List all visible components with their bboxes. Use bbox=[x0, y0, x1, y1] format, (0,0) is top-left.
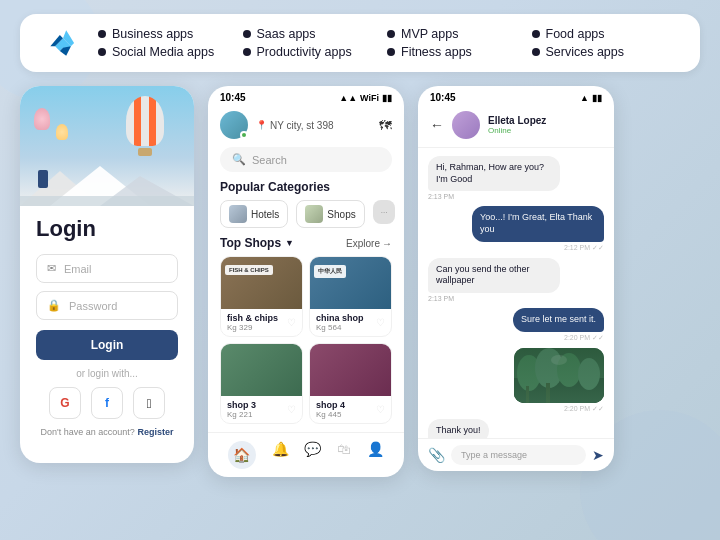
heart-icon-3[interactable]: ♡ bbox=[287, 404, 296, 415]
attachment-icon[interactable]: 📎 bbox=[428, 447, 445, 463]
shop-name-2: china shop bbox=[316, 313, 364, 323]
cat-dot bbox=[98, 30, 106, 38]
cat-dot bbox=[532, 30, 540, 38]
bottom-nav-food: 🏠 🔔 💬 🛍 👤 bbox=[208, 432, 404, 477]
heart-icon-2[interactable]: ♡ bbox=[376, 317, 385, 328]
nav-bag[interactable]: 🛍 bbox=[337, 441, 351, 469]
category-services[interactable]: Services apps bbox=[532, 45, 677, 59]
cat-dot bbox=[98, 48, 106, 56]
msg-bubble-2: Yoo...! I'm Great, Elta Thank you bbox=[472, 206, 604, 241]
category-food[interactable]: Food apps bbox=[532, 27, 677, 41]
shop-name-3: shop 3 bbox=[227, 400, 256, 410]
chevron-down-icon: ▼ bbox=[285, 238, 294, 248]
top-shops-title: Top Shops ▼ bbox=[220, 236, 294, 250]
email-field[interactable]: ✉ Email bbox=[36, 254, 178, 283]
category-productivity[interactable]: Productivity apps bbox=[243, 45, 388, 59]
shop-card-2[interactable]: 中华人民 china shop Kg 564 ♡ bbox=[309, 256, 392, 337]
chat-image bbox=[514, 348, 604, 403]
cat-dot bbox=[243, 30, 251, 38]
nav-bell[interactable]: 🔔 bbox=[272, 441, 289, 469]
send-button[interactable]: ➤ bbox=[592, 447, 604, 463]
shop-card-4[interactable]: shop 4 Kg 445 ♡ bbox=[309, 343, 392, 424]
hotels-img bbox=[229, 205, 247, 223]
food-header: 📍 NY city, st 398 🗺 bbox=[208, 107, 404, 147]
login-title: Login bbox=[36, 216, 178, 242]
categories-grid: Business apps Saas apps MVP apps Food ap… bbox=[98, 27, 676, 59]
svg-rect-7 bbox=[20, 196, 194, 206]
chat-messages: Hi, Rahman, How are you? I'm Good 2:13 P… bbox=[418, 148, 614, 438]
category-mvp[interactable]: MVP apps bbox=[387, 27, 532, 41]
shop-info-1: fish & chips Kg 329 ♡ bbox=[221, 309, 302, 336]
person-figure bbox=[38, 170, 48, 188]
category-fitness[interactable]: Fitness apps bbox=[387, 45, 532, 59]
map-icon[interactable]: 🗺 bbox=[379, 118, 392, 133]
shop-card-1[interactable]: FISH & CHIPS fish & chips Kg 329 ♡ bbox=[220, 256, 303, 337]
online-dot bbox=[240, 131, 248, 139]
msg-bubble-4: Sure let me sent it. bbox=[513, 308, 604, 332]
location-pin-icon: 📍 bbox=[256, 120, 267, 130]
categories-row: Hotels Shops ··· bbox=[208, 200, 404, 236]
register-link[interactable]: Register bbox=[137, 427, 173, 437]
nav-chat[interactable]: 💬 bbox=[304, 441, 321, 469]
more-categories-chip[interactable]: ··· bbox=[373, 200, 396, 224]
shops-img bbox=[305, 205, 323, 223]
social-login-buttons: G f  bbox=[36, 387, 178, 419]
user-avatar-wrapper bbox=[220, 111, 248, 139]
popular-categories-title: Popular Categories bbox=[208, 180, 404, 200]
shops-chip[interactable]: Shops bbox=[296, 200, 364, 228]
or-text: or login with... bbox=[36, 368, 178, 379]
shop-info-2: china shop Kg 564 ♡ bbox=[310, 309, 391, 336]
nav-home[interactable]: 🏠 bbox=[228, 441, 256, 469]
small-balloon-yellow bbox=[56, 124, 68, 140]
food-phone: 10:45 ▲▲ WiFi ▮▮ 📍 NY city, st 398 🗺 bbox=[208, 86, 404, 477]
msg-group-3: Can you send the other wallpaper 2:13 PM bbox=[428, 258, 604, 302]
heart-icon-1[interactable]: ♡ bbox=[287, 317, 296, 328]
location-text: NY city, st 398 bbox=[270, 120, 334, 131]
apple-login-button[interactable]:  bbox=[133, 387, 165, 419]
shop-image-4 bbox=[310, 344, 391, 396]
chat-header: ← Elleta Lopez Online bbox=[418, 107, 614, 148]
chat-avatar bbox=[452, 111, 480, 139]
msg-time-1: 2:13 PM bbox=[428, 193, 454, 200]
main-content: Login ✉ Email 🔒 Password Login or login … bbox=[0, 72, 720, 477]
password-field[interactable]: 🔒 Password bbox=[36, 291, 178, 320]
shop-sign-1: FISH & CHIPS bbox=[225, 265, 273, 275]
category-business[interactable]: Business apps bbox=[98, 27, 243, 41]
back-button[interactable]: ← bbox=[430, 117, 444, 133]
login-phone: Login ✉ Email 🔒 Password Login or login … bbox=[20, 86, 194, 463]
shop-price-3: Kg 221 bbox=[227, 410, 256, 419]
msg-group-5: 2:20 PM ✓✓ bbox=[428, 348, 604, 413]
message-input[interactable]: Type a message bbox=[451, 445, 586, 465]
login-button[interactable]: Login bbox=[36, 330, 178, 360]
nav-profile[interactable]: 👤 bbox=[367, 441, 384, 469]
search-bar[interactable]: 🔍 Search bbox=[220, 147, 392, 172]
explore-link[interactable]: Explore → bbox=[346, 238, 392, 249]
heart-icon-4[interactable]: ♡ bbox=[376, 404, 385, 415]
search-icon: 🔍 bbox=[232, 153, 246, 166]
msg-time-5: 2:20 PM ✓✓ bbox=[564, 405, 604, 413]
google-login-button[interactable]: G bbox=[49, 387, 81, 419]
flutter-logo bbox=[44, 24, 82, 62]
chat-input-bar: 📎 Type a message ➤ bbox=[418, 438, 614, 471]
shop-card-3[interactable]: shop 3 Kg 221 ♡ bbox=[220, 343, 303, 424]
status-icons: ▲▲ WiFi ▮▮ bbox=[339, 93, 392, 103]
shop-image-2: 中华人民 bbox=[310, 257, 391, 309]
msg-group-4: Sure let me sent it. 2:20 PM ✓✓ bbox=[428, 308, 604, 342]
lock-icon: 🔒 bbox=[47, 299, 61, 312]
status-bar-chat: 10:45 ▲ ▮▮ bbox=[418, 86, 614, 107]
shop-price-4: Kg 445 bbox=[316, 410, 345, 419]
time-chat: 10:45 bbox=[430, 92, 456, 103]
time-food: 10:45 bbox=[220, 92, 246, 103]
small-balloon-pink bbox=[34, 108, 50, 130]
category-social[interactable]: Social Media apps bbox=[98, 45, 243, 59]
shop-name-1: fish & chips bbox=[227, 313, 278, 323]
category-saas[interactable]: Saas apps bbox=[243, 27, 388, 41]
shop-image-1: FISH & CHIPS bbox=[221, 257, 302, 309]
arrow-right-icon: → bbox=[382, 238, 392, 249]
shops-label: Shops bbox=[327, 209, 355, 220]
msg-bubble-6: Thank you! bbox=[428, 419, 489, 438]
shop-price-2: Kg 564 bbox=[316, 323, 364, 332]
hotels-chip[interactable]: Hotels bbox=[220, 200, 288, 228]
facebook-login-button[interactable]: f bbox=[91, 387, 123, 419]
cat-dot bbox=[387, 30, 395, 38]
